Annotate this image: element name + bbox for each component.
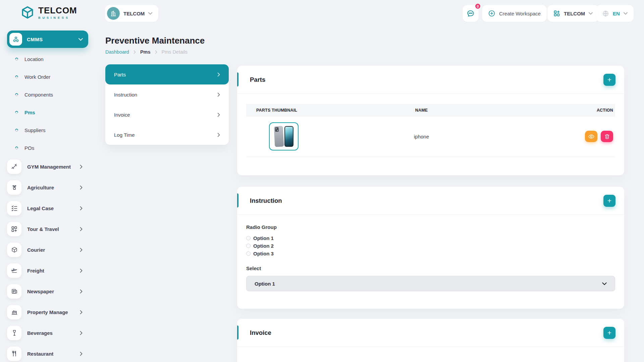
sidebar-item-label: Components [24,92,53,98]
tab-log-time[interactable]: Log Time [105,125,229,145]
cmms-submenu: Location Work Order Components Pms Suppl… [0,50,89,157]
sidebar-item-components[interactable]: Components [0,86,89,104]
brand-text: TELCOM BUSINESS [38,6,77,19]
sidebar-item-location[interactable]: Location [0,50,89,68]
select-input[interactable]: Option 1 [246,276,615,291]
sidebar-item-suppliers[interactable]: Suppliers [0,121,89,139]
sidebar-item-work-order[interactable]: Work Order [0,68,89,86]
sidebar-module-label: Property Manage [27,309,74,315]
radio-option-label: Option 3 [253,251,274,256]
column-action: ACTION [490,108,615,113]
iphone-back-image [274,126,284,147]
sidebar-module-gym-management[interactable]: GYM Management [0,156,89,177]
chevron-down-icon [602,282,607,285]
bullet-icon [14,146,19,150]
radio-icon[interactable] [246,244,251,248]
plane-icon [7,263,21,278]
sidebar-module-freight[interactable]: Freight [0,260,89,281]
sidebar-module-tour-travel[interactable]: Tour & Travel [0,219,89,239]
parts-table: PARTS THUMBNAIL NAME ACTION iphone [237,94,624,157]
tab-instruction[interactable]: Instruction [105,84,229,105]
iphone-front-image [284,126,293,147]
sidebar-item-pos[interactable]: POs [0,139,89,157]
chevron-right-icon [217,113,220,117]
brand-logo[interactable]: TELCOM BUSINESS [20,5,77,20]
sidebar-module-legal-case[interactable]: Legal Case [0,198,89,219]
workspace-switcher[interactable]: TELCOM [105,5,158,22]
radio-option-3[interactable]: Option 3 [246,250,615,257]
cmms-icon [9,33,22,46]
add-instruction-button[interactable]: + [603,195,615,207]
chevron-down-icon [148,12,152,15]
chevron-right-icon [80,268,83,273]
bullet-icon [14,93,19,97]
instruction-card-header: Instruction + [237,187,624,215]
sidebar-module-label: Newspaper [27,289,74,294]
detail-tabs: Parts Instruction Invoice Log Time [105,64,229,145]
chevron-right-icon [80,206,83,210]
sidebar-module-courier[interactable]: Courier [0,239,89,260]
chevron-right-icon [80,185,83,190]
sidebar-module-label: GYM Management [27,164,74,170]
brand-cube-icon [20,5,35,20]
chat-button[interactable]: 0 [463,5,479,22]
radio-option-1[interactable]: Option 1 [246,234,615,242]
sidebar-module-restaurant[interactable]: Restaurant [0,343,89,362]
part-thumbnail[interactable] [269,122,299,150]
bullet-icon [14,57,19,61]
sidebar-module-newspaper[interactable]: Newspaper [0,281,89,302]
building-avatar-icon [110,10,117,17]
page-title: Preventive Maintenance [105,36,205,46]
table-row: iphone [246,117,615,157]
sidebar-module-label: Legal Case [27,205,74,211]
breadcrumb: Dashboard Pms Pms Details [105,49,187,55]
trash-icon [604,134,610,139]
screen-detail [285,127,293,146]
org-switcher[interactable]: TELCOM [547,5,599,22]
parts-card-title: Parts [250,76,603,83]
breadcrumb-chevron-icon [155,50,157,54]
radio-option-2[interactable]: Option 2 [246,242,615,250]
sidebar-group-cmms[interactable]: CMMS [7,31,88,48]
chevron-right-icon [80,289,83,294]
sidebar-module-agriculture[interactable]: Agriculture [0,177,89,198]
tab-parts[interactable]: Parts [105,64,229,84]
sidebar-module-label: Restaurant [27,351,74,357]
breadcrumb-dashboard[interactable]: Dashboard [105,49,129,55]
add-invoice-button[interactable]: + [603,327,615,339]
bullet-icon [14,110,19,115]
brand-subtitle: BUSINESS [38,16,77,19]
tab-invoice[interactable]: Invoice [105,105,229,125]
chevron-right-icon [80,331,83,335]
eye-icon [588,134,594,139]
chevron-right-icon [80,227,83,231]
invoice-card: Invoice + [237,319,624,362]
delete-part-button[interactable] [601,131,613,142]
workspace-label: TELCOM [123,11,145,16]
radio-icon[interactable] [246,236,251,240]
sidebar-module-beverages[interactable]: Beverages [0,322,89,343]
accent-bar [237,193,238,207]
divider [237,347,624,347]
camera-detail [275,127,279,132]
sidebar-item-label: Location [24,56,44,62]
radio-group-label: Radio Group [246,224,615,230]
sidebar-module-property-manage[interactable]: Property Manage [0,302,89,322]
create-workspace-button[interactable]: Create Workspace [482,5,547,22]
brand-name: TELCOM [38,6,77,15]
instruction-body: Radio Group Option 1 Option 2 Option 3 S… [237,215,624,291]
app-root: TELCOM BUSINESS TELCOM 0 Create Workspac… [0,0,644,362]
language-switcher[interactable]: EN [596,5,634,22]
view-part-button[interactable] [585,131,597,142]
sidebar-module-label: Beverages [27,330,74,336]
tab-label: Log Time [114,132,217,138]
sidebar-item-pms[interactable]: Pms [0,104,89,121]
chevron-down-icon [589,12,593,15]
chevron-right-icon [80,352,83,356]
breadcrumb-pms[interactable]: Pms [140,49,151,55]
add-part-button[interactable]: + [603,74,615,86]
radio-icon[interactable] [246,251,251,256]
workspace-avatar [107,7,120,20]
sidebar-module-label: Courier [27,247,74,253]
cutlery-icon [7,347,21,361]
